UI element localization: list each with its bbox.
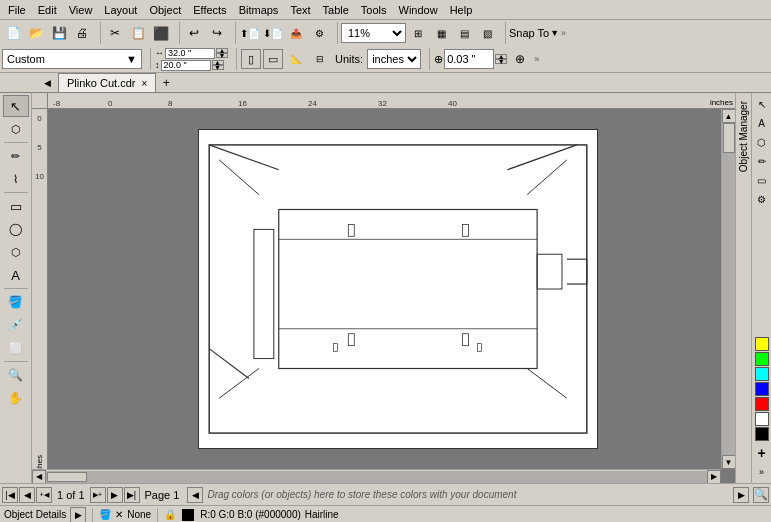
horizontal-scrollbar[interactable]: ◀ ▶: [32, 469, 721, 483]
view-mode-3[interactable]: ▧: [476, 22, 498, 44]
tab-close[interactable]: ×: [141, 78, 147, 89]
height-down[interactable]: ▼: [212, 65, 224, 70]
height-input[interactable]: [161, 60, 211, 71]
hand-tool[interactable]: ✋: [3, 387, 29, 409]
width-down[interactable]: ▼: [216, 53, 228, 58]
new-button[interactable]: 📄: [2, 22, 24, 44]
undo-button[interactable]: ↩: [183, 22, 205, 44]
nudge-input[interactable]: [444, 49, 494, 69]
freehand-tool[interactable]: ✏: [3, 145, 29, 167]
scroll-thumb-h[interactable]: [47, 472, 87, 482]
menu-view[interactable]: View: [63, 2, 99, 18]
width-input[interactable]: [165, 48, 215, 59]
swatch-5[interactable]: [755, 397, 769, 411]
portrait-btn[interactable]: ▯: [241, 49, 261, 69]
menu-table[interactable]: Table: [317, 2, 355, 18]
eyedropper-tool[interactable]: 💉: [3, 314, 29, 336]
add-page-btn[interactable]: ⊕: [509, 48, 531, 70]
palette-scroll-left[interactable]: ◀: [187, 487, 203, 503]
zoom-fit-button[interactable]: ⊞: [407, 22, 429, 44]
redo-button[interactable]: ↪: [206, 22, 228, 44]
page-size-btn[interactable]: 📐: [285, 48, 307, 70]
add-color-btn[interactable]: +: [753, 444, 771, 462]
menu-help[interactable]: Help: [444, 2, 479, 18]
vertical-scrollbar[interactable]: ▲ ▼: [721, 109, 735, 469]
menu-object[interactable]: Object: [143, 2, 187, 18]
zoom-select[interactable]: 11%: [341, 23, 406, 43]
polygon-tool[interactable]: ⬡: [3, 241, 29, 263]
node-tool[interactable]: ⬡: [3, 118, 29, 140]
view-mode-1[interactable]: ▦: [430, 22, 452, 44]
menu-edit[interactable]: Edit: [32, 2, 63, 18]
import-button[interactable]: ⬆📄: [239, 22, 261, 44]
ellipse-tool[interactable]: ◯: [3, 218, 29, 240]
scroll-thumb-v[interactable]: [723, 123, 735, 153]
page-add-prev-btn[interactable]: +◀: [36, 487, 52, 503]
menu-tools[interactable]: Tools: [355, 2, 393, 18]
publish-button[interactable]: 📤: [285, 22, 307, 44]
fr-tool-3[interactable]: ⬡: [753, 133, 771, 151]
zoom-tool[interactable]: 🔍: [3, 364, 29, 386]
nudge-down[interactable]: ▼: [495, 59, 507, 64]
view-mode-2[interactable]: ▤: [453, 22, 475, 44]
snap-to-arrow[interactable]: ▼: [550, 28, 559, 38]
save-button[interactable]: 💾: [48, 22, 70, 44]
rectangle-tool[interactable]: ▭: [3, 195, 29, 217]
swatch-4[interactable]: [755, 382, 769, 396]
canvas-content[interactable]: [48, 109, 735, 483]
fr-tool-1[interactable]: ↖: [753, 95, 771, 113]
menu-effects[interactable]: Effects: [187, 2, 232, 18]
fr-tool-4[interactable]: ✏: [753, 152, 771, 170]
new-tab-btn[interactable]: +: [157, 74, 175, 92]
scroll-track-v[interactable]: [722, 123, 736, 455]
custom-select[interactable]: Custom ▼: [2, 49, 142, 69]
export-button[interactable]: ⬇📄: [262, 22, 284, 44]
zoom-to-fit[interactable]: 🔍: [753, 487, 769, 503]
swatch-black[interactable]: [755, 427, 769, 441]
swatch-1[interactable]: [755, 337, 769, 351]
menu-layout[interactable]: Layout: [98, 2, 143, 18]
scroll-up-btn[interactable]: ▲: [722, 109, 736, 123]
smart-draw-tool[interactable]: ⌇: [3, 168, 29, 190]
print-button[interactable]: 🖨: [71, 22, 93, 44]
object-manager-panel[interactable]: Object Manager: [735, 93, 751, 483]
cut-button[interactable]: ✂: [104, 22, 126, 44]
swatch-3[interactable]: [755, 367, 769, 381]
fr-tool-2[interactable]: A: [753, 114, 771, 132]
tab-plinko[interactable]: Plinko Cut.cdr ×: [58, 73, 156, 92]
fr-tool-5[interactable]: ▭: [753, 171, 771, 189]
menu-text[interactable]: Text: [284, 2, 316, 18]
page-add-next-btn[interactable]: ▶+: [90, 487, 106, 503]
object-details-expand[interactable]: ▶: [70, 507, 86, 523]
page-last-btn[interactable]: ▶|: [124, 487, 140, 503]
copy-button[interactable]: 📋: [127, 22, 149, 44]
toolbar-expander-1[interactable]: »: [560, 28, 567, 38]
toolbar-expander-2[interactable]: »: [533, 54, 540, 64]
landscape-btn[interactable]: ▭: [263, 49, 283, 69]
app-launcher[interactable]: ⚙: [308, 22, 330, 44]
menu-bitmaps[interactable]: Bitmaps: [233, 2, 285, 18]
bleed-btn[interactable]: ⊟: [309, 48, 331, 70]
canvas-area[interactable]: -8 0 8 16 24 32 40 inches 0 5 10 inches: [32, 93, 735, 483]
page-first-btn[interactable]: |◀: [2, 487, 18, 503]
select-tool[interactable]: ↖: [3, 95, 29, 117]
menu-window[interactable]: Window: [393, 2, 444, 18]
paste-button[interactable]: ⬛: [150, 22, 172, 44]
scroll-track-h[interactable]: [46, 471, 707, 483]
swatch-6[interactable]: [755, 412, 769, 426]
scroll-right-btn[interactable]: ▶: [707, 470, 721, 484]
tab-scroll-left[interactable]: ◀: [40, 76, 54, 90]
text-tool[interactable]: A: [3, 264, 29, 286]
page-prev-btn[interactable]: ◀: [19, 487, 35, 503]
palette-scroll-right[interactable]: ▶: [733, 487, 749, 503]
swatch-2[interactable]: [755, 352, 769, 366]
fill-tool[interactable]: 🪣: [3, 291, 29, 313]
units-select[interactable]: inches: [367, 49, 421, 69]
outline-tool[interactable]: ⬜: [3, 337, 29, 359]
menu-file[interactable]: File: [2, 2, 32, 18]
fr-tool-6[interactable]: ⚙: [753, 190, 771, 208]
fr-expand[interactable]: »: [753, 463, 771, 481]
page-next-btn[interactable]: ▶: [107, 487, 123, 503]
scroll-down-btn[interactable]: ▼: [722, 455, 736, 469]
scroll-left-btn[interactable]: ◀: [32, 470, 46, 484]
